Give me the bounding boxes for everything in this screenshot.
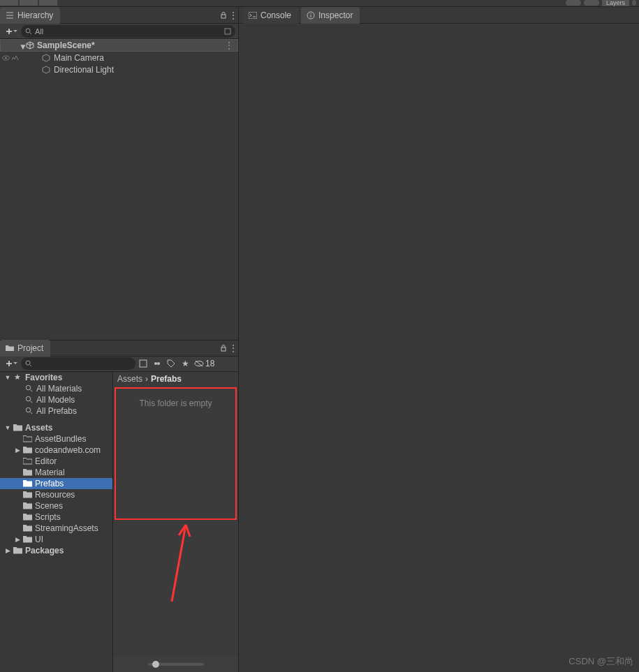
account-button[interactable] xyxy=(584,0,599,6)
tree-item-label: Packages xyxy=(25,546,64,555)
panel-menu-icon[interactable]: ⋮ xyxy=(228,343,238,353)
create-dropdown[interactable] xyxy=(3,357,20,370)
tab-inspector[interactable]: Inspector xyxy=(301,7,360,24)
play-button[interactable] xyxy=(0,0,18,6)
favorite-item[interactable]: All Prefabs xyxy=(0,405,112,417)
expand-arrow-icon[interactable]: ▼ xyxy=(4,374,11,381)
star-icon: ★ xyxy=(13,373,22,382)
hidden-items[interactable]: 18 xyxy=(193,359,216,368)
gameobject-label: Main Camera xyxy=(54,53,104,63)
folder-icon xyxy=(22,456,32,466)
tree-item-label: Material xyxy=(35,468,65,477)
search-by-label-icon[interactable] xyxy=(151,357,163,370)
asset-folder-assetbundles[interactable]: AssetBundles xyxy=(0,433,112,445)
scene-menu-icon[interactable]: ⋮ xyxy=(225,40,233,50)
favorites-header[interactable]: ▼★Favorites xyxy=(0,372,112,383)
tree-item-label: Scenes xyxy=(35,501,63,511)
gameobject-row[interactable]: Main Camera xyxy=(0,52,238,64)
favorite-item[interactable]: All Models xyxy=(0,394,112,405)
tree-item-label: All Models xyxy=(36,395,75,405)
hierarchy-search-input[interactable] xyxy=(35,27,221,36)
project-search[interactable] xyxy=(21,357,135,370)
hierarchy-title: Hierarchy xyxy=(17,10,53,20)
create-dropdown[interactable] xyxy=(3,25,20,38)
asset-folder-scenes[interactable]: Scenes xyxy=(0,500,112,512)
hierarchy-tree: ▼ SampleScene* ⋮ Main Camera Directional… xyxy=(0,39,238,340)
scene-label: SampleScene* xyxy=(37,40,95,50)
folder-icon xyxy=(22,479,32,488)
tree-item-label: codeandweb.com xyxy=(35,445,101,455)
tab-project[interactable]: Project xyxy=(0,340,50,357)
folder-icon xyxy=(22,434,32,444)
svg-point-12 xyxy=(26,396,30,401)
breadcrumb-root[interactable]: Assets xyxy=(117,374,142,384)
favorite-item[interactable]: All Materials xyxy=(0,383,112,394)
svg-point-8 xyxy=(154,362,157,365)
gameobject-row[interactable]: Directional Light xyxy=(0,64,238,75)
search-icon xyxy=(25,360,32,367)
pause-button[interactable] xyxy=(20,0,38,6)
project-search-input[interactable] xyxy=(35,359,131,368)
folder-contents[interactable]: This folder is empty xyxy=(115,387,237,656)
svg-point-6 xyxy=(26,361,30,365)
project-tab-bar: Project ⋮ xyxy=(0,340,238,357)
assets-header[interactable]: ▼Assets xyxy=(0,422,112,433)
tag-icon[interactable] xyxy=(165,357,177,370)
asset-folder-resources[interactable]: Resources xyxy=(0,489,112,500)
asset-folder-prefabs[interactable]: Prefabs xyxy=(0,478,112,489)
svg-point-11 xyxy=(26,385,30,389)
annotation-arrow xyxy=(165,521,193,605)
svg-rect-14 xyxy=(249,12,257,19)
folder-icon xyxy=(22,535,32,544)
visibility-icons[interactable] xyxy=(1,54,19,61)
search-icon xyxy=(24,395,34,405)
svg-rect-2 xyxy=(225,29,230,34)
search-mode-icon[interactable] xyxy=(224,28,231,35)
tab-console[interactable]: Console xyxy=(243,7,298,24)
expand-arrow-icon[interactable]: ▼ xyxy=(19,42,27,52)
svg-rect-5 xyxy=(221,348,226,351)
watermark: CSDN @三和尚 xyxy=(568,655,633,668)
asset-folder-editor[interactable]: Editor xyxy=(0,456,112,467)
folder-icon xyxy=(13,546,22,555)
tab-hierarchy[interactable]: Hierarchy xyxy=(0,7,60,24)
expand-arrow-icon[interactable]: ▶ xyxy=(14,447,21,454)
asset-folder-scripts[interactable]: Scripts xyxy=(0,512,112,523)
folder-icon xyxy=(22,490,32,500)
asset-folder-codeandweb-com[interactable]: ▶codeandweb.com xyxy=(0,445,112,456)
layers-dropdown[interactable]: Layers xyxy=(602,0,629,6)
tree-item-label: All Materials xyxy=(36,384,82,394)
tree-item-label: Assets xyxy=(25,423,52,433)
asset-folder-ui[interactable]: ▶UI xyxy=(0,534,112,545)
lock-icon[interactable] xyxy=(219,10,228,20)
save-filter-icon[interactable]: ★ xyxy=(179,357,191,370)
thumbnail-size-slider[interactable] xyxy=(148,663,204,666)
cloud-button[interactable] xyxy=(566,0,581,6)
search-by-type-icon[interactable] xyxy=(137,357,149,370)
expand-arrow-icon[interactable]: ▼ xyxy=(4,424,11,431)
asset-folder-streamingassets[interactable]: StreamingAssets xyxy=(0,523,112,534)
expand-arrow-icon[interactable]: ▶ xyxy=(4,547,11,554)
packages-header[interactable]: ▶Packages xyxy=(0,545,112,556)
right-tab-bar: Console Inspector xyxy=(239,7,639,24)
panel-menu-icon[interactable]: ⋮ xyxy=(228,10,238,20)
project-title: Project xyxy=(17,343,43,353)
tree-item-label: Prefabs xyxy=(35,479,64,488)
annotation-highlight xyxy=(115,387,237,520)
folder-icon xyxy=(22,445,32,455)
lock-icon[interactable] xyxy=(219,343,228,353)
search-icon xyxy=(25,28,32,35)
folder-icon xyxy=(22,468,32,477)
breadcrumb-current[interactable]: Prefabs xyxy=(151,374,182,384)
search-icon xyxy=(24,384,34,394)
tree-item-label: Editor xyxy=(35,456,57,466)
asset-folder-material[interactable]: Material xyxy=(0,467,112,478)
step-button[interactable] xyxy=(39,0,57,6)
scene-row[interactable]: ▼ SampleScene* ⋮ xyxy=(0,39,238,52)
gameobject-icon xyxy=(42,66,50,74)
breadcrumb: Assets › Prefabs xyxy=(113,372,238,386)
hierarchy-toolbar xyxy=(0,24,238,39)
layout-dropdown[interactable] xyxy=(632,0,636,6)
expand-arrow-icon[interactable]: ▶ xyxy=(14,536,21,543)
hierarchy-search[interactable] xyxy=(21,25,235,38)
